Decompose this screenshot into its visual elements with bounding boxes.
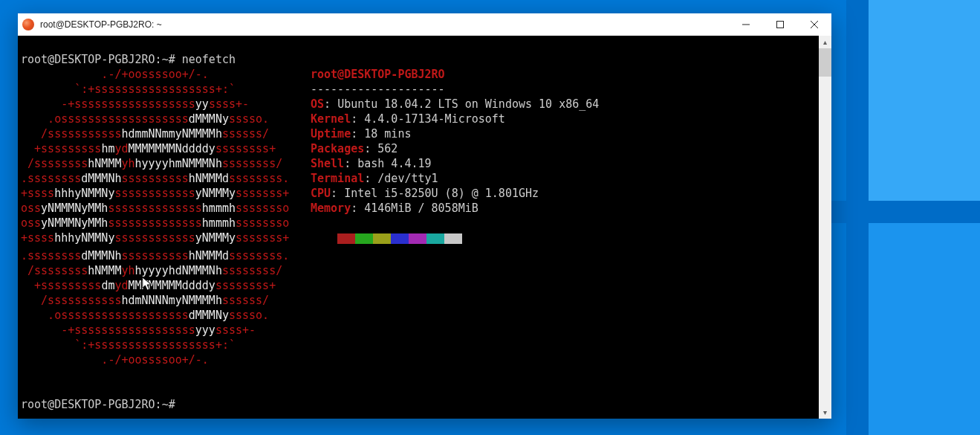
titlebar[interactable]: root@DESKTOP-PGBJ2RO: ~ bbox=[18, 13, 831, 36]
close-button[interactable] bbox=[797, 13, 831, 36]
desktop-background: root@DESKTOP-PGBJ2RO: ~ root@DESKTOP-PGB… bbox=[0, 0, 980, 435]
minimize-button[interactable] bbox=[729, 13, 763, 36]
scrollbar[interactable]: ▴ ▾ bbox=[819, 36, 831, 419]
prompt-prefix: root@DESKTOP-PGBJ2RO:~# bbox=[21, 53, 182, 66]
scroll-down-arrow[interactable]: ▾ bbox=[819, 406, 831, 419]
entered-command: neofetch bbox=[182, 53, 236, 66]
maximize-button[interactable] bbox=[763, 13, 797, 36]
wallpaper-stripe-h bbox=[831, 201, 980, 223]
ubuntu-icon bbox=[22, 19, 34, 30]
terminal-window: root@DESKTOP-PGBJ2RO: ~ root@DESKTOP-PGB… bbox=[18, 13, 831, 419]
wallpaper-tile-a bbox=[869, 0, 980, 201]
wallpaper-tile-b bbox=[869, 223, 980, 435]
scroll-up-arrow[interactable]: ▴ bbox=[819, 36, 831, 48]
prompt-line-2: root@DESKTOP-PGBJ2RO:~# bbox=[21, 398, 182, 411]
terminal-body[interactable]: root@DESKTOP-PGBJ2RO:~# neofetch .-/+oos… bbox=[18, 36, 831, 419]
window-title: root@DESKTOP-PGBJ2RO: ~ bbox=[40, 19, 162, 30]
neofetch-output: .-/+oossssoo+/-. root@DESKTOP-PGBJ2RO `:… bbox=[21, 67, 816, 382]
scroll-thumb[interactable] bbox=[819, 48, 831, 77]
svg-rect-0 bbox=[777, 22, 784, 28]
terminal-output: root@DESKTOP-PGBJ2RO:~# neofetch .-/+oos… bbox=[18, 36, 819, 419]
